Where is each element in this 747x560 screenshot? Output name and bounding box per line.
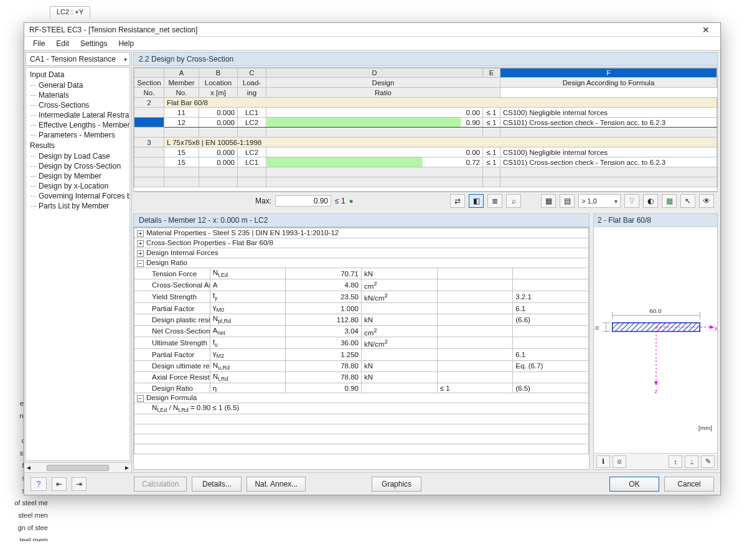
max-cmp: ≤ 1: [335, 197, 345, 205]
preview-canvas: 60.0 8.0: [594, 227, 717, 453]
toolbar-icon-5[interactable]: ▦: [541, 194, 556, 208]
cancel-button[interactable]: Cancel: [664, 477, 714, 492]
svg-text:60.0: 60.0: [649, 307, 662, 314]
svg-text:[mm]: [mm]: [698, 424, 712, 431]
tree-item[interactable]: General Data: [26, 80, 129, 90]
props-icon[interactable]: ⛭: [613, 455, 626, 468]
toolbar-icon-2[interactable]: ◧: [469, 194, 484, 208]
tree-item[interactable]: Design by Member: [26, 171, 129, 181]
tree-item[interactable]: Parts List by Member: [26, 201, 129, 211]
panel-title: 2.2 Design by Cross-Section: [133, 52, 718, 66]
menu-settings[interactable]: Settings: [75, 38, 112, 49]
prev-icon[interactable]: ⇤: [52, 477, 67, 491]
case-selector-value: CA1 - Tension Resistance: [30, 55, 116, 63]
scroll-left-icon[interactable]: ◄: [26, 464, 32, 471]
info-icon[interactable]: ℹ: [596, 455, 610, 468]
details-title: Details - Member 12 - x: 0.000 m - LC2: [133, 213, 590, 227]
help-icon[interactable]: ?: [31, 477, 47, 491]
case-selector[interactable]: CA1 - Tension Resistance ▾: [26, 52, 130, 66]
tree-group[interactable]: Input Data: [26, 69, 129, 80]
svg-text:y: y: [715, 324, 717, 331]
tree-item[interactable]: Intermediate Lateral Restraints: [26, 110, 129, 120]
svg-marker-14: [654, 381, 658, 386]
toolbar-icon-1[interactable]: ⇄: [450, 194, 465, 208]
preview-title: 2 - Flat Bar 60/8: [594, 214, 717, 227]
graphics-button[interactable]: Graphics: [372, 477, 421, 492]
tree-item[interactable]: Effective Lengths - Members: [26, 120, 129, 130]
toolbar-icon-colors[interactable]: ◐: [643, 194, 658, 208]
max-label: Max:: [255, 197, 271, 205]
toolbar-icon-excel[interactable]: ▦: [662, 194, 677, 208]
menu-edit[interactable]: Edit: [51, 38, 74, 49]
tree-group[interactable]: Results: [26, 140, 129, 151]
dim-icon[interactable]: ⟂: [685, 455, 698, 468]
tree-item[interactable]: Materials: [26, 90, 129, 100]
sidebar: CA1 - Tension Resistance ▾ Input DataGen…: [24, 51, 132, 472]
title-bar[interactable]: RF-STEEL EC3 - [Tension Resistance_net s…: [24, 23, 720, 37]
tree-item[interactable]: Cross-Sections: [26, 100, 129, 110]
print-icon[interactable]: ✎: [701, 455, 715, 468]
tree-item[interactable]: Governing Internal Forces by M: [26, 191, 129, 201]
dialog-button-bar: ? ⇤ ⇥ Calculation Details... Nat. Annex.…: [24, 472, 720, 495]
horizontal-scrollbar[interactable]: ◄ ►: [24, 462, 131, 472]
toolbar-icon-pick[interactable]: ↖: [680, 194, 695, 208]
nat-annex-button[interactable]: Nat. Annex...: [247, 477, 306, 492]
toolbar-icon-6[interactable]: ▤: [560, 194, 575, 208]
toolbar-icon-eye[interactable]: 👁: [699, 194, 714, 208]
max-row: Max: 0.90 ≤ 1 ● ⇄ ◧ ≣ ⌕ ▦ ▤ > 1,0▾ ∇ ◐ ▦…: [133, 192, 718, 210]
results-grid-container: ABCDEFSectionMemberLocationLoad-DesignDe…: [133, 67, 718, 192]
details-button[interactable]: Details...: [192, 477, 242, 492]
ratio-filter-dropdown[interactable]: > 1,0▾: [578, 194, 621, 208]
calculation-button[interactable]: Calculation: [134, 477, 187, 492]
window-title: RF-STEEL EC3 - [Tension Resistance_net s…: [29, 26, 197, 34]
toolbar-icon-3[interactable]: ≣: [487, 194, 502, 208]
tree-item[interactable]: Parameters - Members: [26, 130, 129, 140]
toolbar-icon-4[interactable]: ⌕: [506, 194, 521, 208]
dialog-window: RF-STEEL EC3 - [Tension Resistance_net s…: [24, 22, 721, 495]
next-icon[interactable]: ⇥: [72, 477, 87, 491]
details-grid[interactable]: +Material Properties - Steel S 235 | DIN…: [134, 228, 589, 454]
bg-tab[interactable]: LC2 : +Y: [50, 6, 90, 17]
section-preview: 2 - Flat Bar 60/8 60.0: [593, 213, 718, 470]
status-ok-icon: ●: [349, 197, 354, 205]
results-grid[interactable]: ABCDEFSectionMemberLocationLoad-DesignDe…: [134, 68, 717, 187]
toolbar-icon-filter[interactable]: ∇: [624, 194, 639, 208]
svg-text:8.0: 8.0: [594, 324, 599, 331]
close-icon[interactable]: ✕: [694, 25, 718, 35]
tree-item[interactable]: Design by Load Case: [26, 151, 129, 161]
menu-file[interactable]: File: [28, 38, 50, 49]
chevron-down-icon: ▾: [124, 56, 127, 63]
ok-button[interactable]: OK: [609, 477, 659, 492]
nav-tree[interactable]: Input DataGeneral DataMaterialsCross-Sec…: [26, 67, 130, 461]
tree-item[interactable]: Design by x-Location: [26, 181, 129, 191]
tree-item[interactable]: Design by Cross-Section: [26, 161, 129, 171]
axes-icon[interactable]: ↕: [669, 455, 682, 468]
svg-text:z: z: [655, 388, 658, 394]
max-value: 0.90: [275, 195, 331, 207]
menu-bar: File Edit Settings Help: [24, 37, 720, 50]
main-panel: 2.2 Design by Cross-Section ABCDEFSectio…: [132, 51, 720, 472]
menu-help[interactable]: Help: [113, 38, 139, 49]
svg-marker-11: [710, 325, 714, 329]
scroll-right-icon[interactable]: ►: [124, 464, 130, 471]
